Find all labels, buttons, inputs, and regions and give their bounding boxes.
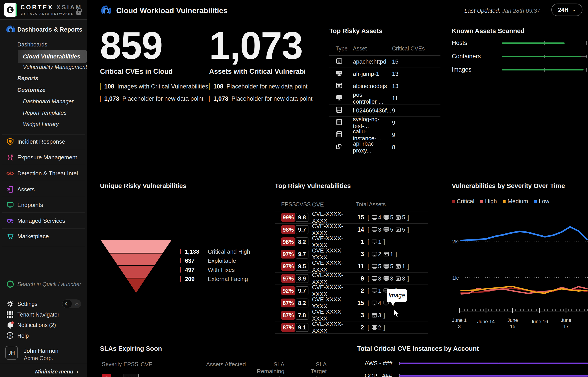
table-row[interactable]: 98%8.2CVE-XXXX-XXXX1[1] xyxy=(275,236,428,248)
sidebar-item-marketplace[interactable]: Marketplace xyxy=(0,228,87,244)
sidebar-item-exposure-management[interactable]: Exposure Management xyxy=(0,150,87,165)
cvss-badge: 9.7 xyxy=(296,286,309,295)
dashboards-gauge-icon xyxy=(6,25,15,33)
legend-item: Critical xyxy=(452,198,474,205)
table-row[interactable]: 97%9.7CVE-XXXX-XXXX3[21] xyxy=(275,248,428,260)
table-row[interactable]: 97%8.9CVE-XXXX-XXXX9[333] xyxy=(275,272,428,285)
minimize-menu-button[interactable]: Minimize menu‹ xyxy=(35,368,78,375)
table-row[interactable]: C 92% CVE-XXXX-XXXX 27 6 hr 7 days xyxy=(100,372,327,377)
chevron-left-icon: ‹ xyxy=(76,368,78,375)
sidebar-item-settings[interactable]: Settings ☾ ☼ xyxy=(0,298,87,309)
cve-id: CVE-XXXX-XXXX xyxy=(312,211,354,224)
container-icon xyxy=(335,82,343,89)
sidebar-item-help[interactable]: ? Help xyxy=(0,330,87,341)
panel-title: Unique Risky Vulnerabilities xyxy=(100,182,265,190)
dashboard-gauge-icon xyxy=(101,5,111,14)
legend-item: 637Exploitable xyxy=(180,258,250,263)
sidebar-item-customize[interactable]: Customize xyxy=(17,87,45,93)
dark-mode-icon[interactable]: ☾ xyxy=(62,300,72,308)
divider xyxy=(2,212,85,213)
divider xyxy=(100,370,313,370)
sidebar-item-tenant-navigator[interactable]: Tenant Navigator xyxy=(0,309,87,320)
table-row[interactable]: 87%9.1CVE-XXXX-XXXX2[2] xyxy=(275,321,428,334)
sidebar-item-label: Tenant Navigator xyxy=(17,311,59,318)
epss-badge: 87% xyxy=(281,298,295,307)
asset-breakdown: [21] xyxy=(364,251,428,258)
avatar[interactable]: JH xyxy=(5,346,18,360)
total-assets-count: 14 xyxy=(354,226,364,233)
sidebar-item-reports[interactable]: Reports xyxy=(17,75,38,82)
brand-name: CORTEX XSIAM xyxy=(21,4,82,11)
table-row[interactable]: syslog-ng-test-...9 xyxy=(329,117,440,129)
service-icon xyxy=(335,143,343,150)
user-org: Acme Corp. xyxy=(24,355,53,361)
time-range-button[interactable]: 24H⌄ xyxy=(551,4,582,16)
sidebar-item-notifications[interactable]: Notifications (2) xyxy=(0,320,87,330)
table-row[interactable]: 99%9.8CVE-XXXX-XXXX15[455] xyxy=(275,212,428,224)
table-row[interactable]: alpine:nodejs13 xyxy=(329,80,440,92)
legend-item: 209External Facing xyxy=(180,276,250,282)
cvss-badge: 8.9 xyxy=(296,274,309,283)
panel-title: Known Assets Scanned xyxy=(452,27,588,35)
table-row[interactable]: pos-controller-...11 xyxy=(329,92,440,105)
table-row[interactable]: 87%7.8CVE-XXXX-XXXX3[3] xyxy=(275,309,428,321)
cortex-glyph-icon xyxy=(7,6,13,13)
asset-breakdown: [551] xyxy=(364,263,428,270)
sidebar-item-label: Managed Services xyxy=(17,217,65,224)
total-assets-count: 3 xyxy=(354,251,364,258)
host-icon xyxy=(371,214,377,220)
x-axis-label: June 17 xyxy=(561,317,571,330)
share-node-icon xyxy=(6,217,14,225)
vm-icon xyxy=(371,325,377,330)
table-row[interactable]: 98%9.7CVE-XXXX-XXXX14[355] xyxy=(275,224,428,236)
kpi-assets-critical: 1,073 Assets with Critical Vulnerabi 108… xyxy=(209,26,312,102)
light-mode-icon[interactable]: ☼ xyxy=(74,299,79,308)
series-low xyxy=(461,227,587,240)
table-row[interactable]: afr-jump-113 xyxy=(329,68,440,80)
kpi-label: Critical CVEs in Cloud xyxy=(100,68,208,76)
table-row[interactable]: apache:httpd15 xyxy=(329,56,440,68)
cvss-badge: 7.8 xyxy=(296,311,309,320)
sidebar-item-endpoints[interactable]: Endpoints xyxy=(0,197,87,213)
legend-item: Low xyxy=(534,198,549,205)
epss-badge: 92% xyxy=(124,374,139,377)
table-row[interactable]: api-rbac-proxy...8 xyxy=(329,141,440,153)
cvss-badge: 9.8 xyxy=(296,213,309,222)
table-row[interactable]: i-024669436f...9 xyxy=(329,105,440,117)
x-axis-label: June 14 xyxy=(477,318,495,325)
server-icon xyxy=(335,131,343,138)
theme-toggle[interactable]: ☾ ☼ xyxy=(62,299,81,308)
sidebar-item-report-templates[interactable]: Report Templates xyxy=(23,110,67,116)
sidebar-item-dashboards[interactable]: Dashboards xyxy=(17,41,47,48)
quick-launcher[interactable]: Search in Quick Launcher xyxy=(0,279,87,289)
total-assets-count: 2 xyxy=(354,324,364,331)
sidebar-item-vulnerability-management[interactable]: Vulnerability Management xyxy=(23,64,87,70)
epss-badge: 97% xyxy=(281,274,295,283)
sidebar-item-incident-response[interactable]: Incident Response xyxy=(0,134,87,149)
cve-id: CVE-XXXX-XXXX xyxy=(312,320,354,334)
divider xyxy=(2,246,85,246)
section-dashboards-reports: Dashboards & Reports xyxy=(17,26,82,33)
table-row[interactable]: callu-instance-...9 xyxy=(329,129,440,141)
sidebar-item-cloud-vulnerabilities[interactable]: Cloud Vulnerabilities xyxy=(18,50,87,63)
funnel-chart[interactable] xyxy=(100,240,172,294)
server-icon xyxy=(335,106,343,113)
panel-cve-instances-by-account: Total Critical CVE Instances by Account … xyxy=(357,345,588,377)
table-row[interactable]: 97%9.5CVE-XXXX-XXXX11[551] xyxy=(275,260,428,272)
line-chart[interactable]: 2k 1k June 1 3 June 14 June 15 June 16 J… xyxy=(452,207,588,331)
sidebar-item-assets[interactable]: Assets xyxy=(0,182,87,197)
help-icon: ? xyxy=(7,332,14,339)
panel-slas-expiring-soon: SLAs Expiring Soon Severity EPSS CVE Ass… xyxy=(100,345,327,377)
sidebar-item-label: Incident Response xyxy=(17,138,65,145)
vm-icon xyxy=(383,214,389,220)
image-tooltip: Image xyxy=(387,289,407,302)
sidebar-item-managed-services[interactable]: Managed Services xyxy=(0,213,87,228)
cvss-badge: 9.7 xyxy=(296,250,309,259)
shield-icon xyxy=(6,138,14,146)
sidebar-item-detection-threat-intel[interactable]: Detection & Threat Intel xyxy=(0,165,87,181)
quick-launcher-icon xyxy=(7,281,14,288)
sidebar-item-widget-library[interactable]: Widget Library xyxy=(23,121,59,127)
sidebar-item-dashboard-manager[interactable]: Dashboard Manager xyxy=(23,98,74,105)
chevron-down-icon[interactable]: ⌄ xyxy=(214,8,219,14)
severity-badge: C xyxy=(102,374,111,377)
